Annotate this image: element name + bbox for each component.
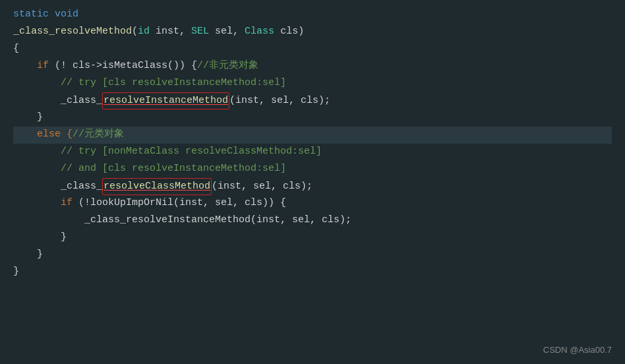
code-line-6: _class_resolveInstanceMethod(inst, sel, …: [13, 92, 612, 109]
code-line-7: }: [13, 109, 612, 127]
comment-non-metaclass: //非元类对象: [197, 58, 258, 74]
code-line-4: if (! cls->isMetaClass()) {//非元类对象: [13, 58, 612, 75]
code-line-14: }: [13, 229, 612, 247]
comment-try-class: // try [nonMetaClass resolveClassMethod:…: [61, 144, 322, 160]
keyword-void: void: [55, 7, 78, 22]
code-line-8: else {//元类对象: [13, 127, 612, 144]
keyword-if: if: [37, 58, 49, 74]
code-line-16: }: [13, 264, 612, 281]
watermark: CSDN @Asia00.7: [543, 344, 612, 357]
param-type-id: id: [138, 24, 150, 40]
param-type-sel: SEL: [191, 24, 209, 40]
code-line-15: }: [13, 247, 612, 264]
brace-else: {: [67, 127, 73, 142]
function-name: _class_resolveMethod: [13, 24, 132, 40]
code-container: static void _class_resolveMethod(id inst…: [0, 0, 625, 364]
param-type-class: Class: [245, 24, 274, 40]
code-line-11: _class_resolveClassMethod(inst, sel, cls…: [13, 178, 612, 195]
code-line-5: // try [cls resolveInstanceMethod:sel]: [13, 75, 612, 92]
comment-try-instance: // try [cls resolveInstanceMethod:sel]: [61, 75, 286, 91]
code-line-3: {: [13, 41, 612, 58]
code-line-9: // try [nonMetaClass resolveClassMethod:…: [13, 144, 612, 161]
code-line-12: if (!lookUpImpOrNil(inst, sel, cls)) {: [13, 195, 612, 212]
comment-and-instance: // and [cls resolveInstanceMethod:sel]: [61, 161, 286, 177]
code-line-1: static void: [13, 7, 612, 24]
method-resolve-instance: resolveInstanceMethod: [102, 92, 229, 109]
code-line-2: _class_resolveMethod(id inst, SEL sel, C…: [13, 24, 612, 41]
code-line-10: // and [cls resolveInstanceMethod:sel]: [13, 161, 612, 178]
keyword-else: else: [37, 127, 61, 142]
keyword-if-2: if: [61, 195, 73, 211]
code-line-13: _class_resolveInstanceMethod(inst, sel, …: [13, 212, 612, 229]
comment-metaclass: //元类对象: [73, 127, 124, 142]
method-resolve-class: resolveClassMethod: [102, 178, 212, 195]
keyword-static: static: [13, 7, 49, 22]
